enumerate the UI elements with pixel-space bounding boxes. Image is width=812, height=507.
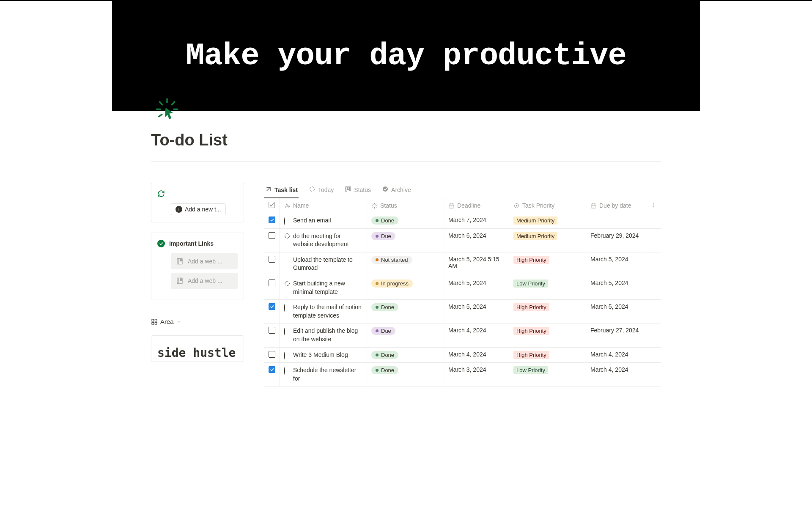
- dueby-cell: [586, 213, 646, 229]
- svg-point-38: [285, 233, 290, 238]
- area-view-toggle[interactable]: Area: [151, 318, 244, 325]
- table-row[interactable]: Edit and publish the blog on the website…: [264, 323, 661, 347]
- row-checkbox[interactable]: [269, 327, 275, 334]
- svg-line-23: [373, 207, 373, 208]
- svg-line-20: [376, 207, 376, 208]
- svg-point-12: [310, 187, 315, 192]
- svg-point-37: [653, 206, 654, 207]
- svg-rect-25: [449, 204, 454, 208]
- add-task-label: Add a new t...: [185, 206, 221, 213]
- page-icon-cursor-spark: [154, 96, 181, 123]
- svg-line-3: [160, 102, 162, 105]
- priority-tag: Medium Priority: [513, 217, 557, 225]
- main-content: Task listTodayStatusArchive: [264, 183, 661, 386]
- target-icon: [513, 203, 520, 209]
- sidebar: + Add a new t... Important Links: [151, 183, 244, 386]
- svg-rect-31: [591, 204, 596, 208]
- dueby-cell: March 4, 2024: [586, 347, 646, 363]
- priority-tag: High Priority: [513, 256, 549, 264]
- deadline-cell: March 3, 2024: [444, 363, 509, 386]
- col-dueby-header[interactable]: Due by date: [586, 198, 646, 213]
- board-icon: [345, 186, 351, 194]
- status-ring-icon: [284, 217, 285, 225]
- task-name: Reply to the mail of notion template ser…: [293, 303, 362, 320]
- col-checkbox-header[interactable]: [264, 198, 280, 213]
- col-priority-header[interactable]: Task Priority: [509, 198, 586, 213]
- refresh-icon: [157, 190, 165, 199]
- status-ring-icon: [284, 367, 285, 375]
- priority-tag: Low Priority: [513, 280, 548, 288]
- dueby-cell: February 27, 2024: [586, 323, 646, 347]
- dueby-cell: March 5, 2024: [586, 252, 646, 276]
- add-task-button[interactable]: + Add a new t...: [171, 203, 226, 215]
- status-ring-dashed-icon: [284, 233, 290, 239]
- svg-point-36: [653, 205, 654, 206]
- svg-rect-15: [350, 187, 351, 191]
- col-name-header[interactable]: Name: [280, 198, 367, 213]
- col-more-header[interactable]: [646, 198, 661, 213]
- priority-tag: High Priority: [513, 327, 549, 335]
- table-row[interactable]: Send an emailDoneMarch 7, 2024Medium Pri…: [264, 213, 661, 229]
- dueby-cell: March 4, 2024: [586, 363, 646, 386]
- more-vertical-icon: [650, 202, 657, 208]
- checkbox-header-icon: [269, 202, 275, 208]
- svg-line-5: [159, 115, 162, 117]
- row-checkbox[interactable]: [269, 280, 275, 286]
- status-pill: Due: [371, 327, 395, 335]
- col-status-header[interactable]: Status: [367, 198, 444, 213]
- chevron-down-icon: [176, 319, 181, 324]
- dueby-cell: February 29, 2024: [586, 228, 646, 252]
- table-row[interactable]: Reply to the mail of notion template ser…: [264, 300, 661, 323]
- table-row[interactable]: Schedule the newsletter forDoneMarch 3, …: [264, 363, 661, 386]
- task-name: Edit and publish the blog on the website: [293, 327, 362, 343]
- area-label: Area: [160, 318, 174, 325]
- row-checkbox[interactable]: [269, 351, 275, 358]
- row-checkbox[interactable]: [269, 232, 275, 239]
- deadline-cell: March 5, 2024: [444, 300, 509, 323]
- tab-archive[interactable]: Archive: [381, 183, 412, 198]
- priority-tag: Medium Priority: [513, 232, 557, 240]
- task-name: Schedule the newsletter for: [293, 366, 362, 383]
- text-icon: [284, 203, 291, 209]
- task-name: Upload the template to Gumroad: [293, 256, 362, 272]
- row-checkbox[interactable]: [269, 217, 275, 223]
- table-row[interactable]: Start building a new minimal templateIn …: [264, 276, 661, 299]
- bookmark-placeholder-1[interactable]: Add a web ...: [171, 253, 238, 269]
- svg-rect-10: [152, 322, 154, 324]
- status-pill: Not started: [371, 256, 412, 264]
- view-tabs: Task listTodayStatusArchive: [264, 183, 661, 198]
- table-row[interactable]: Upload the template to GumroadNot starte…: [264, 252, 661, 276]
- board-icon: [151, 318, 158, 325]
- calendar-icon: [448, 203, 455, 209]
- tab-task-list[interactable]: Task list: [264, 183, 299, 198]
- side-hustle-card[interactable]: side hustle: [151, 335, 244, 362]
- tab-today[interactable]: Today: [308, 183, 335, 198]
- page-title: To-do List: [151, 131, 661, 149]
- status-pill: Due: [371, 232, 395, 240]
- hero-title: Make your day productive: [186, 38, 626, 74]
- row-checkbox[interactable]: [269, 303, 275, 310]
- bookmark-placeholder-2[interactable]: Add a web ...: [171, 273, 238, 289]
- table-row[interactable]: do the meeting for website developmentDu…: [264, 228, 661, 252]
- deadline-cell: March 6, 2024: [444, 228, 509, 252]
- priority-tag: Low Priority: [513, 366, 548, 374]
- calendar-icon: [590, 203, 597, 209]
- svg-rect-9: [155, 319, 157, 321]
- row-checkbox[interactable]: [269, 366, 275, 373]
- plus-circle-icon: +: [176, 206, 182, 213]
- status-pill: Done: [371, 366, 398, 374]
- row-checkbox[interactable]: [269, 256, 275, 263]
- priority-tag: High Priority: [513, 351, 549, 359]
- tab-status[interactable]: Status: [344, 183, 372, 198]
- col-deadline-header[interactable]: Deadline: [444, 198, 509, 213]
- svg-point-16: [383, 186, 388, 192]
- dueby-cell: March 5, 2024: [586, 276, 646, 299]
- important-links-header: Important Links: [157, 240, 238, 247]
- table-row[interactable]: Write 3 Medium BlogDoneMarch 4, 2024High…: [264, 347, 661, 363]
- status-ring-icon: [284, 328, 285, 335]
- task-name: Send an email: [293, 217, 331, 225]
- spinner-icon: [371, 203, 378, 209]
- dashed-circle-icon: [309, 186, 315, 194]
- status-pill: In progress: [371, 280, 413, 288]
- task-name: do the meeting for website development: [293, 232, 362, 249]
